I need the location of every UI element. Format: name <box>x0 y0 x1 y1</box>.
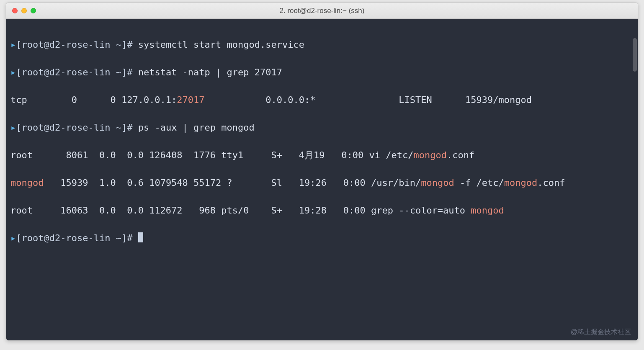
highlight: 27017 <box>177 95 204 105</box>
watermark: @稀土掘金技术社区 <box>571 327 631 337</box>
terminal-line: ▸[root@d2-rose-lin ~]# netstat -natp | g… <box>10 65 634 79</box>
highlight: mongod <box>471 205 504 216</box>
terminal-line: mongod 15939 1.0 0.6 1079548 55172 ? Sl … <box>10 176 634 190</box>
minimize-icon[interactable] <box>21 8 27 13</box>
output: tcp 0 0 127.0.0.1: <box>10 95 177 105</box>
prompt: [root@d2-rose-lin ~]# <box>16 233 138 243</box>
prompt: [root@d2-rose-lin ~]# <box>16 122 138 133</box>
window-title: 2. root@d2-rose-lin:~ (ssh) <box>12 7 632 15</box>
highlight: mongod <box>421 178 454 188</box>
terminal-line: ▸[root@d2-rose-lin ~]# <box>10 231 634 245</box>
highlight: mongod <box>10 178 44 188</box>
output: root 8061 0.0 0.0 126408 1776 tty1 S+ 4月… <box>10 150 413 160</box>
maximize-icon[interactable] <box>31 8 36 13</box>
close-icon[interactable] <box>12 8 18 13</box>
cursor-icon <box>138 232 143 242</box>
output: -f /etc/ <box>454 178 504 188</box>
prompt-arrow-icon: ▸ <box>10 233 16 243</box>
output: .conf <box>447 150 474 160</box>
output: root 16063 0.0 0.0 112672 968 pts/0 S+ 1… <box>10 205 471 216</box>
command: systemctl start mongod.service <box>138 39 304 50</box>
scrollbar[interactable] <box>633 38 637 72</box>
command: netstat -natp | grep 27017 <box>138 67 282 77</box>
terminal-line: root 8061 0.0 0.0 126408 1776 tty1 S+ 4月… <box>10 148 634 162</box>
prompt: [root@d2-rose-lin ~]# <box>16 67 138 77</box>
terminal-window: 2. root@d2-rose-lin:~ (ssh) ▸[root@d2-ro… <box>6 3 638 341</box>
command: ps -aux | grep mongod <box>138 122 255 133</box>
window-controls <box>12 8 36 13</box>
output: 0.0.0.0:* LISTEN 15939/mongod <box>205 95 532 105</box>
terminal-line: tcp 0 0 127.0.0.1:27017 0.0.0.0:* LISTEN… <box>10 93 634 107</box>
terminal-line: ▸[root@d2-rose-lin ~]# systemctl start m… <box>10 38 634 51</box>
prompt-arrow-icon: ▸ <box>10 39 16 50</box>
terminal-line: ▸[root@d2-rose-lin ~]# ps -aux | grep mo… <box>10 121 634 134</box>
terminal-body[interactable]: ▸[root@d2-rose-lin ~]# systemctl start m… <box>6 19 638 340</box>
highlight: mongod <box>504 178 537 188</box>
prompt-arrow-icon: ▸ <box>10 67 16 77</box>
highlight: mongod <box>413 150 446 160</box>
titlebar[interactable]: 2. root@d2-rose-lin:~ (ssh) <box>6 3 638 19</box>
output: 15939 1.0 0.6 1079548 55172 ? Sl 19:26 0… <box>44 178 421 188</box>
terminal-line: root 16063 0.0 0.0 112672 968 pts/0 S+ 1… <box>10 203 634 217</box>
output: .conf <box>537 178 565 188</box>
prompt-arrow-icon: ▸ <box>10 122 16 133</box>
prompt: [root@d2-rose-lin ~]# <box>16 39 138 50</box>
